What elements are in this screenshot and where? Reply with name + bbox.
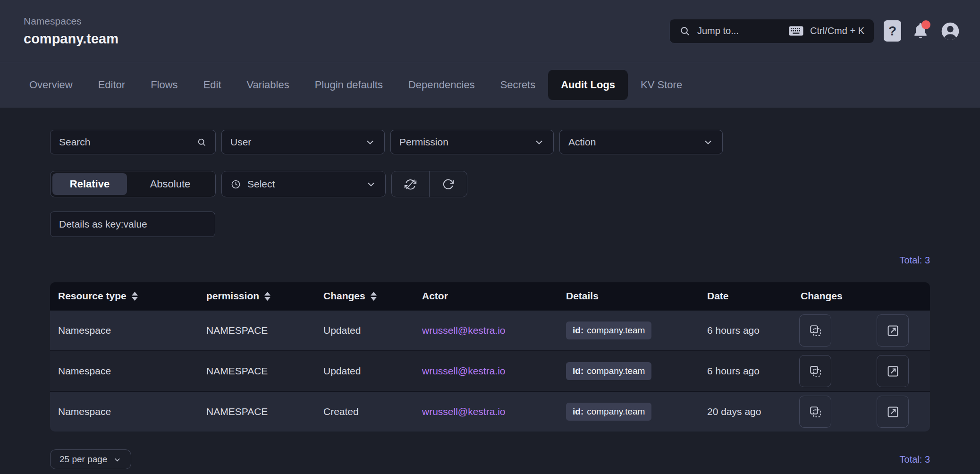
row-actions [793,314,930,347]
user-avatar[interactable] [940,21,961,42]
details-input[interactable] [59,219,206,230]
search-icon [679,25,691,37]
notifications-button[interactable] [911,20,930,42]
chevron-down-icon [533,136,545,148]
sort-icon [371,292,377,301]
search-icon [197,137,207,147]
time-range-label: Select [247,178,275,190]
relative-toggle[interactable]: Relative [52,173,127,195]
chevron-down-icon [113,455,122,464]
user-select[interactable]: User [221,130,385,154]
tab-dependencies[interactable]: Dependencies [396,70,488,100]
table-row: Namespace NAMESPACE Updated wrussell@kes… [50,350,930,391]
table-row: Namespace NAMESPACE Updated wrussell@kes… [50,310,930,350]
details-filter[interactable] [50,212,215,237]
open-detail-button[interactable] [877,314,909,347]
table-header-row: Resource type permission Changes [50,282,930,310]
resource-type-cell: Namespace [50,325,198,336]
auto-refresh-off-button[interactable] [392,171,429,197]
jump-to-input[interactable] [697,25,782,36]
details-value: company.team [587,325,645,336]
action-select[interactable]: Action [559,130,723,154]
tab-flows[interactable]: Flows [138,70,190,100]
permission-cell: NAMESPACE [198,325,315,336]
date-cell: 6 hours ago [699,365,793,377]
table-row: Namespace NAMESPACE Created wrussell@kes… [50,391,930,432]
tab-editor[interactable]: Editor [85,70,138,100]
column-header-date: Date [699,290,793,302]
tab-overview[interactable]: Overview [17,70,85,100]
external-link-icon [887,365,899,378]
tab-edit[interactable]: Edit [191,70,234,100]
column-header-permission[interactable]: permission [198,290,315,302]
tab-secrets[interactable]: Secrets [488,70,549,100]
chevron-down-icon [365,178,377,190]
chevron-down-icon [364,136,376,148]
search-filter[interactable] [50,130,216,154]
tab-kv-store[interactable]: KV Store [628,70,695,100]
column-header-details: Details [558,290,699,302]
permission-cell: NAMESPACE [198,365,315,377]
external-link-icon [887,406,899,418]
details-key: id: [573,406,583,417]
audit-logs-table: Resource type permission Changes [50,282,930,432]
row-actions [793,396,930,428]
header-actions: Ctrl/Cmd + K ? [669,19,961,43]
open-detail-button[interactable] [877,396,909,428]
resource-type-cell: Namespace [50,406,198,417]
changes-cell: Updated [315,365,414,377]
filter-row-time: Relative Absolute Select [50,171,930,197]
changes-cell: Created [315,406,414,417]
refresh-button[interactable] [429,171,467,197]
changes-cell: Updated [315,325,414,336]
filter-row-primary: User Permission Action [50,130,930,154]
clock-icon [230,179,241,190]
search-input[interactable] [59,136,197,148]
diff-icon [809,406,822,418]
date-cell: 20 days ago [699,406,793,417]
audit-logs-page: User Permission Action [0,108,980,469]
view-changes-button[interactable] [799,396,831,428]
details-badge: id: company.team [566,322,651,339]
details-badge: id: company.team [566,403,651,421]
sort-icon [132,292,138,301]
page-title: company.team [24,31,118,47]
action-select-label: Action [568,136,596,148]
row-actions [793,355,930,387]
absolute-toggle[interactable]: Absolute [127,173,213,195]
details-badge: id: company.team [566,362,651,380]
sort-icon [264,292,270,301]
tab-variables[interactable]: Variables [234,70,302,100]
top-header: Namespaces company.team [0,0,980,62]
details-value: company.team [587,366,645,376]
user-select-label: User [230,136,251,148]
view-changes-button[interactable] [799,314,831,347]
open-detail-button[interactable] [877,355,909,387]
permission-select[interactable]: Permission [390,130,554,154]
details-key: id: [573,366,583,376]
per-page-select[interactable]: 25 per page [50,449,131,469]
namespace-tabbar: Overview Editor Flows Edit Variables Plu… [0,62,980,108]
auto-refresh-off-icon [404,178,417,191]
breadcrumb[interactable]: Namespaces [24,16,118,27]
actor-link[interactable]: wrussell@kestra.io [422,325,506,336]
table-total-top: Total: 3 [50,255,930,266]
tab-audit-logs[interactable]: Audit Logs [548,70,628,100]
chevron-down-icon [702,136,714,148]
tab-plugin-defaults[interactable]: Plugin defaults [302,70,396,100]
time-mode-toggle: Relative Absolute [50,171,216,197]
time-range-select[interactable]: Select [221,171,386,197]
column-header-changes[interactable]: Changes [315,290,414,302]
pagination-bar: 25 per page Total: 3 [50,449,930,469]
keyboard-shortcut-label: Ctrl/Cmd + K [810,25,864,36]
refresh-button-group [391,171,467,197]
date-cell: 6 hours ago [699,325,793,336]
actor-link[interactable]: wrussell@kestra.io [422,406,506,417]
resource-type-cell: Namespace [50,365,198,377]
help-button[interactable]: ? [884,20,901,42]
column-header-resource-type[interactable]: Resource type [50,290,198,302]
per-page-label: 25 per page [59,454,107,465]
actor-link[interactable]: wrussell@kestra.io [422,365,506,377]
jump-to-search[interactable]: Ctrl/Cmd + K [669,19,874,43]
view-changes-button[interactable] [799,355,831,387]
